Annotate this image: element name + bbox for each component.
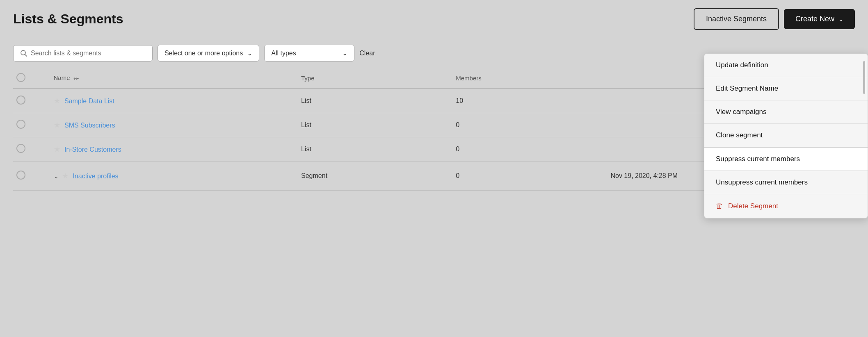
select-all-checkbox[interactable] [16, 73, 25, 82]
row-checkbox[interactable] [16, 144, 25, 153]
header-name-col: Name ⬰ [50, 68, 298, 89]
row-name-cell: ⌄ ★ Inactive profiles [50, 162, 298, 191]
context-menu-item-label: Unsuppress current members [716, 178, 808, 186]
search-input[interactable] [31, 50, 146, 57]
header-checkbox-col [13, 68, 50, 89]
multi-select-label: Select one or more options [164, 50, 243, 57]
svg-line-1 [25, 54, 27, 56]
context-menu-item-label: Delete Segment [728, 202, 778, 210]
row-name-link[interactable]: Sample Data List [64, 98, 114, 105]
star-icon[interactable]: ★ [54, 145, 60, 153]
row-name-link[interactable]: SMS Subscribers [64, 122, 115, 129]
context-menu: Update definitionEdit Segment NameView c… [704, 53, 868, 219]
context-menu-item-label: Clone segment [716, 131, 763, 139]
row-members-cell: 0 [452, 113, 607, 137]
row-members-cell: 0 [452, 137, 607, 162]
star-icon[interactable]: ★ [54, 121, 60, 129]
expand-icon[interactable]: ⌄ [54, 173, 59, 180]
page-header: Lists & Segments Inactive Segments Creat… [0, 0, 868, 38]
row-type-cell: List [298, 89, 452, 113]
sort-icon[interactable]: ⬰ [73, 75, 79, 82]
row-type-cell: Segment [298, 162, 452, 191]
chevron-down-icon: ⌄ [247, 49, 252, 57]
star-icon[interactable]: ★ [62, 172, 69, 180]
context-menu-item-delete-segment[interactable]: 🗑Delete Segment [704, 194, 868, 218]
page-title: Lists & Segments [13, 11, 123, 27]
row-checkbox-cell[interactable] [13, 137, 50, 162]
context-menu-item-unsuppress-current-members[interactable]: Unsuppress current members [704, 171, 868, 194]
context-menu-item-update-definition[interactable]: Update definition [704, 54, 868, 77]
context-menu-item-view-campaigns[interactable]: View campaigns [704, 100, 868, 124]
search-icon [20, 50, 27, 57]
header-actions: Inactive Segments Create New ⌄ [694, 8, 855, 30]
trash-icon: 🗑 [716, 202, 723, 210]
row-members-cell: 0 [452, 162, 607, 191]
row-members-cell: 10 [452, 89, 607, 113]
header-members-col: Members [452, 68, 607, 89]
create-new-button[interactable]: Create New ⌄ [784, 9, 855, 29]
row-checkbox[interactable] [16, 96, 25, 105]
context-menu-item-label: Update definition [716, 61, 768, 69]
star-icon[interactable]: ★ [54, 97, 60, 105]
type-filter-label: All types [271, 50, 296, 57]
clear-button[interactable]: Clear [359, 50, 375, 57]
row-type-cell: List [298, 137, 452, 162]
context-menu-item-suppress-current-members[interactable]: Suppress current members [704, 147, 868, 171]
header-type-col: Type [298, 68, 452, 89]
context-menu-item-label: Edit Segment Name [716, 84, 778, 92]
type-filter-dropdown[interactable]: All types ⌄ [264, 45, 354, 61]
row-checkbox[interactable] [16, 120, 25, 129]
row-checkbox-cell[interactable] [13, 89, 50, 113]
search-input-wrapper[interactable] [13, 45, 153, 61]
row-type-cell: List [298, 113, 452, 137]
row-name-cell: ★ SMS Subscribers [50, 113, 298, 137]
context-menu-item-label: View campaigns [716, 108, 766, 116]
row-name-cell: ★ In-Store Customers [50, 137, 298, 162]
context-menu-item-edit-segment-name[interactable]: Edit Segment Name [704, 77, 868, 100]
row-checkbox-cell[interactable] [13, 113, 50, 137]
context-menu-item-label: Suppress current members [716, 155, 800, 163]
chevron-down-icon: ⌄ [838, 16, 843, 23]
scrollbar [863, 61, 865, 94]
row-checkbox[interactable] [16, 171, 25, 180]
context-menu-item-clone-segment[interactable]: Clone segment [704, 124, 868, 147]
row-name-link[interactable]: In-Store Customers [64, 146, 121, 153]
multi-select-dropdown[interactable]: Select one or more options ⌄ [158, 45, 259, 61]
row-checkbox-cell[interactable] [13, 162, 50, 191]
inactive-segments-button[interactable]: Inactive Segments [694, 8, 779, 30]
chevron-down-icon: ⌄ [342, 49, 347, 57]
row-name-link[interactable]: Inactive profiles [73, 173, 118, 180]
row-name-cell: ★ Sample Data List [50, 89, 298, 113]
